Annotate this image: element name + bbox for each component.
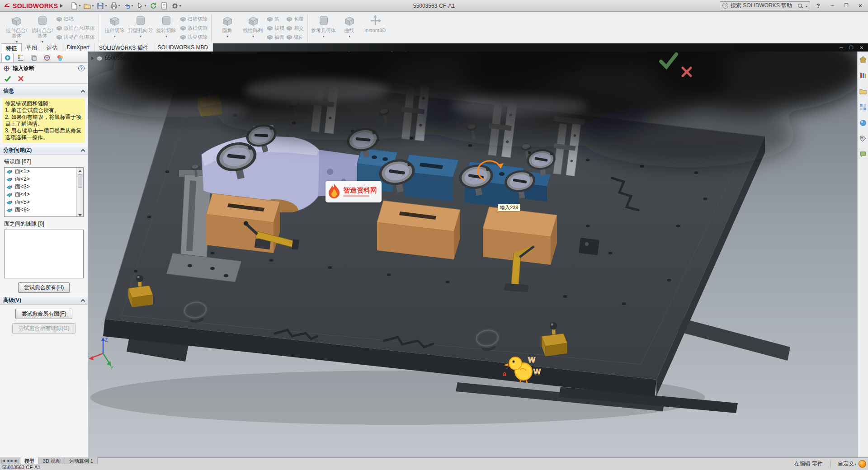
heal-all-faces-button[interactable]: 尝试愈合所有面(F) (15, 309, 72, 319)
lofted-cut-button[interactable]: 放样切割 (180, 24, 208, 32)
extruded-boss-base-button[interactable]: 拉伸凸台/基体 (4, 13, 29, 45)
search-dropdown-caret[interactable] (805, 3, 807, 9)
minimize-button[interactable] (826, 1, 838, 10)
close-button[interactable] (854, 1, 866, 10)
doc-close-icon[interactable] (860, 45, 863, 50)
analyze-section-header[interactable]: 分析问题(Z) (0, 146, 88, 155)
intersect-button[interactable]: 相交 (286, 24, 304, 32)
customize-menu[interactable]: 自定义 (838, 460, 856, 468)
draft-button[interactable]: 拔模 (267, 24, 284, 32)
tab-solidworks-addins[interactable]: SOLIDWORKS 插件 (94, 43, 153, 52)
status-editing-label: 在编辑 零件 (794, 460, 823, 468)
confirm-cancel-icon[interactable] (681, 66, 693, 78)
appearances-scenes-icon[interactable] (859, 118, 868, 127)
face-list-scrollbar[interactable] (76, 168, 83, 216)
wrap-button[interactable]: 包覆 (286, 15, 304, 23)
print-button[interactable] (108, 1, 122, 10)
tab-3d-views[interactable]: 3D 视图 (39, 457, 65, 464)
resources-home-icon[interactable] (859, 55, 868, 64)
tab-model[interactable]: 模型 (20, 457, 39, 464)
swept-boss-base-button[interactable]: 扫描 (56, 15, 95, 23)
face-list-item[interactable]: 面<2> (5, 175, 83, 183)
dimxpert-manager-tab[interactable] (41, 53, 53, 62)
mirror-button[interactable]: 镜向 (286, 33, 304, 41)
custom-properties-icon[interactable] (859, 134, 868, 143)
tab-solidworks-mbd[interactable]: SOLIDWORKS MBD (153, 43, 213, 52)
reference-geometry-button[interactable]: 参考几何体 (311, 13, 336, 39)
display-manager-tab[interactable] (54, 53, 66, 62)
first-tab-icon[interactable] (1, 459, 5, 463)
rib-button[interactable]: 筋 (267, 15, 284, 23)
view-palette-icon[interactable] (859, 103, 868, 112)
ribbon-group-cut: 拉伸切除 异型孔向导 旋转切除 扫描切除 放样切割 边界切除 (100, 13, 210, 43)
face-list-item[interactable]: 面<1> (5, 168, 83, 175)
small-bracket[interactable] (579, 238, 599, 255)
face-list-item[interactable]: 面<6> (5, 206, 83, 214)
doc-minimize-icon[interactable] (840, 45, 843, 50)
property-manager-tab[interactable] (1, 53, 14, 62)
gaps-list[interactable] (4, 230, 84, 278)
options-button[interactable] (170, 1, 183, 10)
linear-pattern-button[interactable]: 线性阵列 (240, 13, 266, 39)
tab-dimxpert[interactable]: DimXpert (62, 43, 94, 52)
search-text: 搜索 SOLIDWORKS 帮助 (731, 2, 792, 9)
open-document-button[interactable] (82, 1, 95, 10)
maximize-button[interactable] (840, 1, 852, 10)
brand-arrow-icon (60, 4, 63, 8)
tab-motion-study[interactable]: 运动算例 1 (65, 457, 98, 464)
manager-tab-strip (0, 52, 88, 63)
search-input[interactable]: 搜索 SOLIDWORKS 帮助 (720, 1, 810, 10)
info-line: 修复错误面和缝隙: (5, 100, 83, 107)
face-list-item[interactable]: 面<4> (5, 191, 83, 198)
flyout-doc-label: 55003563-CF-A1 (默认... (105, 54, 165, 62)
rebuild-button[interactable] (148, 1, 159, 10)
heal-all-button[interactable]: 尝试愈合所有(H) (18, 282, 70, 293)
graphics-area[interactable]: a W W Z X Y (88, 52, 857, 457)
web-help-orb-icon[interactable] (859, 460, 866, 468)
boundary-cut-button[interactable]: 边界切除 (180, 33, 208, 41)
advanced-section-header[interactable]: 高级(V) (0, 296, 88, 305)
revolved-cut-button[interactable]: 旋转切除 (153, 13, 179, 39)
faulty-faces-list[interactable]: 面<1> 面<2> 面<3> 面<4> 面<5> 面<6> (4, 167, 84, 217)
last-tab-icon[interactable] (15, 459, 19, 463)
new-document-button[interactable] (69, 1, 82, 10)
scroll-thumb[interactable] (78, 174, 82, 188)
feature-manager-tab[interactable] (14, 53, 27, 62)
scroll-down-icon[interactable] (77, 210, 83, 216)
file-properties-button[interactable] (159, 1, 170, 10)
revolved-boss-base-button[interactable]: 旋转凸台/基体 (29, 13, 55, 45)
forum-icon[interactable] (859, 150, 868, 159)
swept-cut-button[interactable]: 扫描切除 (180, 15, 208, 23)
file-explorer-icon[interactable] (859, 87, 868, 96)
next-tab-icon[interactable] (10, 459, 13, 463)
face-list-item[interactable]: 面<5> (5, 198, 83, 206)
pm-help-icon[interactable] (78, 65, 85, 71)
curves-button[interactable]: 曲线 (336, 13, 362, 39)
undo-button[interactable] (122, 1, 135, 10)
property-manager-title: 输入诊断 (13, 65, 34, 72)
face-list-item[interactable]: 面<3> (5, 183, 83, 191)
design-library-icon[interactable] (859, 71, 868, 80)
info-section-header[interactable]: 信息 (0, 87, 88, 95)
prev-tab-icon[interactable] (6, 459, 9, 463)
ok-button[interactable] (4, 75, 11, 82)
search-icon[interactable] (797, 3, 803, 9)
shell-button[interactable]: 抽壳 (267, 33, 284, 41)
cancel-button[interactable] (18, 75, 24, 82)
extruded-cut-button[interactable]: 拉伸切除 (102, 13, 127, 39)
doc-restore-icon[interactable] (849, 45, 854, 50)
fillet-button[interactable]: 圆角 (214, 13, 240, 39)
confirm-ok-icon[interactable] (658, 52, 679, 70)
help-button[interactable] (812, 1, 824, 10)
flyout-feature-tree[interactable]: 55003563-CF-A1 (默认... (91, 54, 165, 62)
scroll-up-icon[interactable] (77, 168, 83, 174)
boundary-boss-base-button[interactable]: 边界凸台/基体 (56, 33, 95, 41)
hole-wizard-button[interactable]: 异型孔向导 (127, 13, 153, 39)
lofted-boss-base-button[interactable]: 放样凸台/基体 (56, 24, 95, 32)
3d-viewport-scene[interactable]: a W W Z X Y (88, 52, 857, 457)
configuration-manager-tab[interactable] (28, 53, 40, 62)
select-button[interactable] (135, 1, 148, 10)
flyout-expand-icon[interactable] (91, 56, 94, 60)
save-button[interactable] (95, 1, 108, 10)
instant3d-button[interactable]: Instant3D (362, 13, 388, 33)
